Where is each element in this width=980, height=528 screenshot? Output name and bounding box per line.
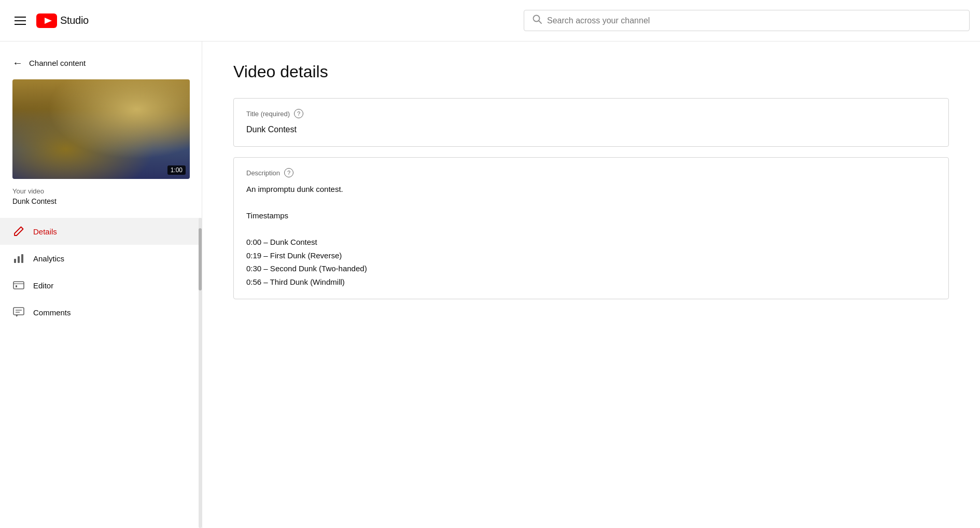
title-field-value[interactable]: Dunk Contest <box>246 123 936 136</box>
video-title-sidebar: Dunk Contest <box>12 197 189 205</box>
sidebar-item-details[interactable]: Details <box>0 218 202 245</box>
sidebar-item-editor-label: Editor <box>33 281 53 290</box>
video-info: Your video Dunk Contest <box>0 187 202 216</box>
analytics-icon <box>12 252 25 265</box>
sidebar-item-comments-label: Comments <box>33 308 71 317</box>
description-label-row: Description ? <box>246 168 936 177</box>
hamburger-menu-button[interactable] <box>10 12 30 29</box>
sidebar-item-editor[interactable]: Editor <box>0 272 202 299</box>
video-thumbnail-area: 1:00 <box>0 79 202 187</box>
svg-rect-6 <box>21 254 23 263</box>
title-field-label: Title (required) <box>246 110 290 118</box>
svg-line-3 <box>539 21 541 23</box>
description-field-value[interactable]: An impromptu dunk contest. Timestamps 0:… <box>246 183 936 288</box>
sidebar-item-details-label: Details <box>33 227 57 236</box>
sidebar-item-analytics[interactable]: Analytics <box>0 245 202 272</box>
back-label: Channel content <box>29 59 86 67</box>
sidebar-item-analytics-label: Analytics <box>33 254 64 263</box>
video-thumbnail: 1:00 <box>12 79 190 179</box>
video-thumb-image <box>12 79 190 179</box>
header: Studio <box>0 0 980 41</box>
logo-area: Studio <box>36 13 89 28</box>
duration-badge: 1:00 <box>167 165 186 175</box>
sidebar: ← Channel content 1:00 Your video Dunk C… <box>0 41 202 528</box>
description-field-label: Description <box>246 169 280 177</box>
search-icon <box>533 15 542 26</box>
your-video-label: Your video <box>12 187 189 195</box>
svg-rect-7 <box>13 282 24 289</box>
main-content: Video details Title (required) ? Dunk Co… <box>202 41 980 528</box>
sidebar-nav: Details Analytics <box>0 218 202 326</box>
studio-label: Studio <box>60 15 89 26</box>
layout: ← Channel content 1:00 Your video Dunk C… <box>0 41 980 528</box>
pencil-icon <box>12 225 25 238</box>
svg-rect-4 <box>14 259 16 263</box>
search-input[interactable] <box>547 16 961 25</box>
title-field-card: Title (required) ? Dunk Contest <box>233 98 949 147</box>
description-help-icon[interactable]: ? <box>284 168 293 177</box>
page-title: Video details <box>233 62 949 81</box>
svg-rect-5 <box>18 256 20 263</box>
youtube-logo-icon <box>36 13 57 28</box>
back-arrow-icon: ← <box>12 57 23 69</box>
title-label-row: Title (required) ? <box>246 109 936 118</box>
comments-icon <box>12 306 25 318</box>
svg-rect-9 <box>16 285 17 287</box>
title-help-icon[interactable]: ? <box>294 109 303 118</box>
sidebar-scrollbar[interactable] <box>199 218 202 528</box>
search-bar <box>524 10 970 31</box>
description-field-card: Description ? An impromptu dunk contest.… <box>233 157 949 299</box>
svg-rect-10 <box>13 308 24 315</box>
back-nav[interactable]: ← Channel content <box>0 52 202 79</box>
editor-icon <box>12 279 25 291</box>
sidebar-item-comments[interactable]: Comments <box>0 299 202 326</box>
